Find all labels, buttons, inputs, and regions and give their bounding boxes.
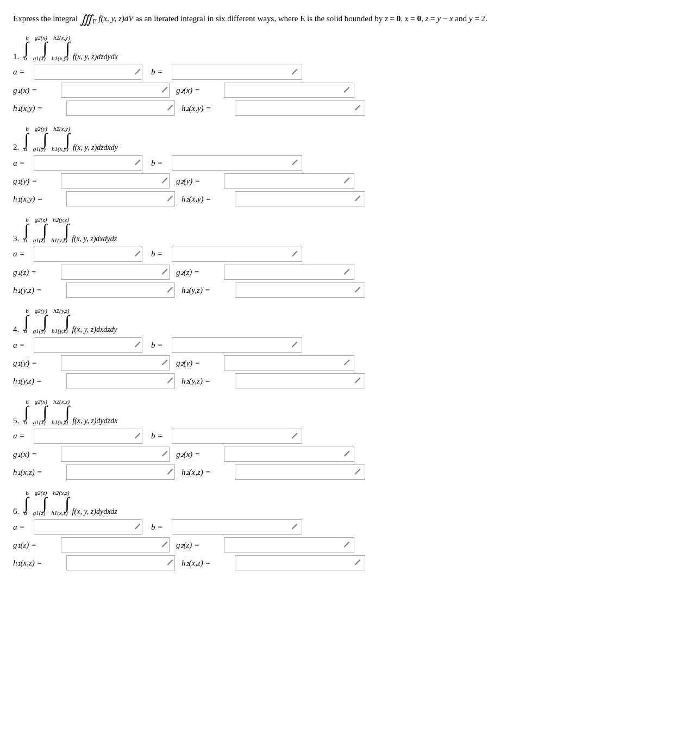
lower-limit-2-3: g1(z) (33, 237, 47, 243)
edit-icon-1-g2[interactable] (340, 83, 354, 97)
edit-icon-3-b[interactable] (288, 247, 302, 261)
edit-icon-3-g1[interactable] (158, 265, 172, 279)
edit-icon-3-h2[interactable] (351, 283, 365, 297)
edit-icon-5-h1[interactable] (163, 465, 177, 479)
section-1: 1. b ∫ a g2(x) ∫ g1(x) h2(x,y) ∫ (13, 34, 687, 116)
section-3: 3. b ∫ a g2(z) ∫ g1(z) h2(y,z) ∫ (13, 216, 687, 298)
edit-icon-2-g1[interactable] (158, 174, 172, 188)
row-h-6: h₁(x,z) = h₂(x,z) = (13, 555, 687, 570)
input-2-g2[interactable] (224, 174, 340, 188)
input-4-a[interactable] (34, 338, 130, 352)
label-g2-4: g₂(y) = (176, 358, 220, 368)
int-symbol-1-3: ∫ (24, 223, 29, 237)
input-1-h1[interactable] (67, 101, 163, 115)
input-1-g1[interactable] (61, 83, 158, 97)
input-6-g1[interactable] (61, 538, 158, 552)
input-3-a[interactable] (34, 247, 130, 261)
input-3-b[interactable] (172, 247, 288, 261)
edit-icon-4-h2[interactable] (351, 374, 365, 388)
label-h2-3: h₂(y,z) = (182, 285, 230, 295)
integrand-5: f(x, y, z)dydzdx (72, 417, 117, 425)
int-symbol-2-6: ∫ (42, 496, 47, 510)
edit-icon-2-g2[interactable] (340, 174, 354, 188)
input-container-5-a (34, 429, 142, 444)
label-h2-1: h₂(x,y) = (182, 103, 230, 113)
input-1-g2[interactable] (224, 83, 340, 97)
integral-line-4: 4. b ∫ a g2(y) ∫ g1(y) h2(y,z) ∫ (13, 307, 687, 335)
input-5-g2[interactable] (224, 447, 340, 461)
input-container-1-b (172, 65, 302, 80)
lower-limit-1-2: a (24, 146, 29, 152)
input-6-b[interactable] (172, 520, 288, 534)
input-container-4-h1 (66, 373, 175, 388)
input-6-g2[interactable] (224, 538, 340, 552)
input-3-h2[interactable] (235, 283, 351, 297)
int-symbol-3-6: ∫ (65, 496, 69, 510)
input-4-g1[interactable] (61, 356, 158, 370)
input-3-g2[interactable] (224, 265, 340, 279)
input-6-h1[interactable] (67, 556, 163, 570)
input-4-h1[interactable] (67, 374, 163, 388)
edit-icon-1-h2[interactable] (351, 101, 365, 115)
edit-icon-4-a[interactable] (130, 338, 145, 352)
input-container-2-h1 (66, 191, 175, 206)
input-4-h2[interactable] (235, 374, 351, 388)
input-4-g2[interactable] (224, 356, 340, 370)
input-container-3-g1 (61, 265, 170, 280)
edit-icon-4-g2[interactable] (340, 356, 354, 370)
edit-icon-2-h2[interactable] (351, 192, 365, 206)
input-2-g1[interactable] (61, 174, 158, 188)
label-g2-3: g₂(z) = (176, 267, 220, 277)
edit-icon-5-g2[interactable] (340, 447, 354, 461)
input-5-a[interactable] (34, 429, 130, 443)
edit-icon-1-g1[interactable] (158, 83, 172, 97)
input-4-b[interactable] (172, 338, 288, 352)
input-container-5-h1 (66, 464, 175, 480)
input-5-b[interactable] (172, 429, 288, 443)
edit-icon-2-a[interactable] (130, 156, 145, 170)
edit-icon-6-b[interactable] (288, 520, 302, 534)
label-h2-2: h₂(x,y) = (182, 194, 230, 204)
edit-icon-3-g2[interactable] (340, 265, 354, 279)
edit-icon-6-a[interactable] (130, 520, 145, 534)
integral-line-3: 3. b ∫ a g2(z) ∫ g1(z) h2(y,z) ∫ (13, 216, 687, 243)
label-b-3: b = (151, 249, 167, 259)
input-5-g1[interactable] (61, 447, 158, 461)
edit-icon-4-h1[interactable] (163, 374, 177, 388)
edit-icon-1-h1[interactable] (163, 101, 177, 115)
edit-icon-1-a[interactable] (130, 65, 145, 79)
input-3-h1[interactable] (67, 283, 163, 297)
input-2-h2[interactable] (235, 192, 351, 206)
edit-icon-6-h2[interactable] (351, 556, 365, 570)
input-5-h1[interactable] (67, 465, 163, 479)
input-container-2-g2 (224, 173, 354, 189)
edit-icon-5-a[interactable] (130, 429, 145, 443)
edit-icon-6-h1[interactable] (163, 556, 177, 570)
edit-icon-2-h1[interactable] (163, 192, 177, 206)
input-2-h1[interactable] (67, 192, 163, 206)
edit-icon-6-g2[interactable] (340, 538, 354, 552)
input-1-a[interactable] (34, 65, 130, 79)
input-1-b[interactable] (172, 65, 288, 79)
lower-limit-2-1: g1(x) (33, 55, 47, 61)
edit-icon-3-a[interactable] (130, 247, 145, 261)
edit-icon-5-h2[interactable] (351, 465, 365, 479)
edit-icon-1-b[interactable] (288, 65, 302, 79)
edit-icon-6-g1[interactable] (158, 538, 172, 552)
input-container-4-a (34, 337, 142, 353)
input-6-h2[interactable] (235, 556, 351, 570)
input-2-b[interactable] (172, 156, 288, 170)
edit-icon-5-g1[interactable] (158, 447, 172, 461)
edit-icon-5-b[interactable] (288, 429, 302, 443)
input-container-2-h2 (235, 191, 365, 206)
edit-icon-4-g1[interactable] (158, 356, 172, 370)
input-6-a[interactable] (34, 520, 130, 534)
input-3-g1[interactable] (61, 265, 158, 279)
int-symbol-2-5: ∫ (43, 405, 47, 419)
edit-icon-2-b[interactable] (288, 156, 302, 170)
edit-icon-4-b[interactable] (288, 338, 302, 352)
edit-icon-3-h1[interactable] (163, 283, 177, 297)
input-5-h2[interactable] (235, 465, 351, 479)
input-1-h2[interactable] (235, 101, 351, 115)
input-2-a[interactable] (34, 156, 130, 170)
